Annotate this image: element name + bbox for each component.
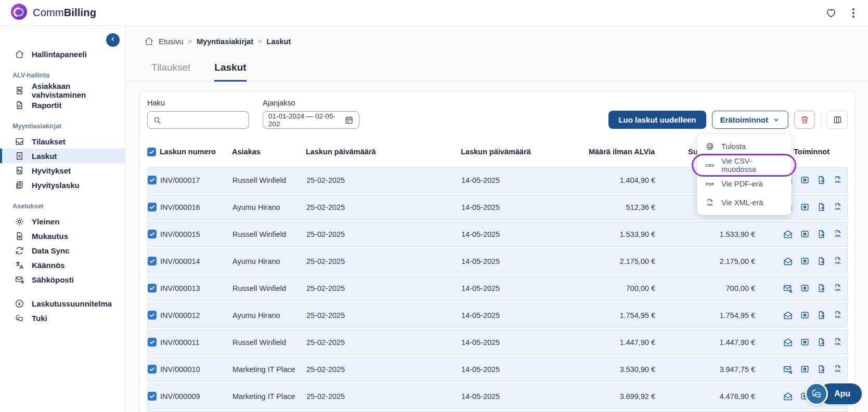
send-email-icon[interactable] [783, 229, 793, 240]
translate-icon [15, 260, 25, 270]
sidebar-item-hyvitykset[interactable]: Hyvitykset [0, 163, 125, 178]
sidebar-item-mukautus[interactable]: Mukautus [0, 229, 125, 243]
chat-bubbles-icon[interactable] [805, 382, 828, 405]
menu-item-vie-csv-muodossa[interactable]: CSVVie CSV-muodossa [697, 156, 792, 175]
breadcrumb-item[interactable]: Laskut [267, 37, 291, 46]
row-checkbox[interactable] [148, 284, 157, 293]
view-invoice-icon[interactable] [800, 175, 810, 185]
sidebar-item-k-nn-s[interactable]: Käännös [0, 258, 125, 272]
date-range-input[interactable]: 01-01-2024 — 02-05-202 [263, 111, 359, 129]
table-row: INV/000009Marketing IT Place25-02-202514… [147, 383, 848, 409]
regenerate-invoices-button[interactable]: Luo laskut uudelleen [608, 111, 706, 129]
home-icon [144, 36, 154, 46]
sidebar-item-raportit[interactable]: Raportit [0, 98, 125, 112]
row-checkbox[interactable] [148, 338, 157, 347]
breadcrumb-item[interactable]: Etusivu [159, 37, 184, 46]
row-checkbox[interactable] [148, 392, 157, 401]
sidebar-item-hyvityslasku[interactable]: Hyvityslasku [0, 178, 125, 192]
view-invoice-icon[interactable] [800, 337, 810, 348]
sidebar-item-tilaukset[interactable]: Tilaukset [0, 134, 125, 149]
export-invoice-icon[interactable] [817, 256, 826, 267]
tab-tilaukset[interactable]: Tilaukset [151, 62, 190, 81]
heart-icon[interactable] [825, 7, 837, 19]
sidebar-item-label: Data Sync [32, 246, 70, 255]
customer-name: Russell Winfield [232, 230, 306, 238]
batch-actions-button[interactable]: Erätoiminnot [712, 111, 789, 129]
row-checkbox[interactable] [148, 311, 157, 320]
row-checkbox[interactable] [148, 257, 157, 265]
send-email-icon[interactable] [783, 310, 793, 321]
home-icon [15, 49, 25, 59]
export-xml-icon[interactable]: XML [833, 364, 843, 375]
amount-excl-vat: 3.530,90 € [545, 365, 655, 374]
export-invoice-icon[interactable] [817, 337, 826, 348]
export-xml-icon[interactable]: XML [833, 283, 843, 294]
menu-item-label: Tulosta [721, 142, 746, 151]
row-checkbox[interactable] [148, 176, 157, 184]
row-checkbox[interactable] [148, 230, 157, 238]
customer-name: Ayumu Hirano [232, 257, 306, 265]
search-input[interactable] [166, 116, 260, 124]
export-invoice-icon[interactable] [817, 175, 826, 185]
table-row: INV/000011Russell Winfield25-02-202514-0… [147, 329, 848, 355]
export-xml-icon[interactable]: XML [833, 175, 843, 185]
sidebar-collapse-button[interactable] [106, 33, 120, 47]
view-invoice-icon[interactable] [800, 283, 810, 294]
sidebar-item-label: Raportit [32, 101, 62, 110]
send-email-icon[interactable] [783, 283, 793, 294]
sidebar-item-asiakkaan-vahvistaminen[interactable]: Asiakkaan vahvistaminen [0, 83, 125, 98]
columns-button[interactable] [827, 111, 848, 129]
search-icon [153, 116, 162, 125]
send-email-icon[interactable] [783, 256, 793, 267]
sidebar-item-hallintapaneeli[interactable]: Hallintapaneeli [0, 47, 125, 61]
sidebar-item-yleinen[interactable]: Yleinen [0, 214, 125, 229]
menu-item-vie-xml-er-[interactable]: XMLVie XML-erä [697, 193, 792, 212]
column-header: Määrä ilman ALVia [544, 148, 655, 156]
menu-item-vie-pdf-er-[interactable]: PDFVie PDF-erä [697, 175, 792, 193]
view-invoice-icon[interactable] [800, 310, 810, 321]
sidebar-section-heading: Asetukset [0, 203, 125, 210]
select-all-checkbox[interactable] [147, 148, 156, 156]
kebab-menu-icon[interactable] [850, 6, 857, 20]
delete-button[interactable] [794, 111, 815, 129]
send-email-icon[interactable] [783, 391, 793, 402]
tab-laskut[interactable]: Laskut [214, 62, 246, 82]
row-checkbox[interactable] [148, 365, 157, 374]
export-invoice-icon[interactable] [817, 202, 826, 212]
doc-icon [15, 100, 25, 110]
export-xml-icon[interactable]: XML [833, 256, 843, 267]
svg-text:XML: XML [835, 234, 841, 237]
view-invoice-icon[interactable] [800, 256, 810, 267]
table-row: INV/000010Marketing IT Place25-02-202514… [147, 356, 848, 382]
export-invoice-icon[interactable] [817, 310, 826, 321]
export-invoice-icon[interactable] [817, 283, 826, 294]
breadcrumb-item[interactable]: Myyntiasiakirjat [197, 37, 253, 46]
view-invoice-icon[interactable] [800, 229, 810, 240]
export-xml-icon[interactable]: XML [833, 229, 843, 240]
sidebar-item-data-sync[interactable]: Data Sync [0, 243, 125, 258]
chevron-down-icon [772, 116, 780, 124]
sidebar-item-laskut[interactable]: €Laskut [0, 149, 125, 163]
sidebar-item-tuki[interactable]: Tuki [0, 311, 125, 325]
export-xml-icon[interactable]: XML [833, 337, 843, 348]
row-checkbox[interactable] [148, 203, 157, 211]
main-area: Etusivu>Myyntiasiakirjat>Laskut Tilaukse… [125, 26, 868, 412]
export-xml-icon[interactable]: XML [833, 310, 843, 321]
view-invoice-icon[interactable] [800, 364, 810, 375]
export-xml-icon[interactable]: XML [833, 202, 843, 212]
menu-item-tulosta[interactable]: Tulosta [697, 137, 792, 156]
export-invoice-icon[interactable] [817, 364, 826, 375]
send-email-icon[interactable] [783, 337, 793, 348]
sidebar-item-label: Hallintapaneeli [32, 50, 87, 59]
amount-excl-vat: 2.175,00 € [545, 257, 655, 265]
xml-file-icon: XML [705, 198, 715, 207]
export-invoice-icon[interactable] [817, 229, 826, 240]
view-invoice-icon[interactable] [800, 202, 810, 212]
amount-excl-vat: 3.699,92 € [545, 392, 655, 401]
send-email-icon[interactable] [783, 364, 793, 375]
row-actions: XML [755, 364, 849, 375]
customer-name: Marketing IT Place [232, 392, 306, 401]
sidebar-item-laskutussuunnitelma[interactable]: €Laskutussuunnitelma [0, 296, 125, 311]
mail-gear-icon [15, 275, 25, 285]
sidebar-item-s-hk-posti[interactable]: Sähköposti [0, 272, 125, 287]
